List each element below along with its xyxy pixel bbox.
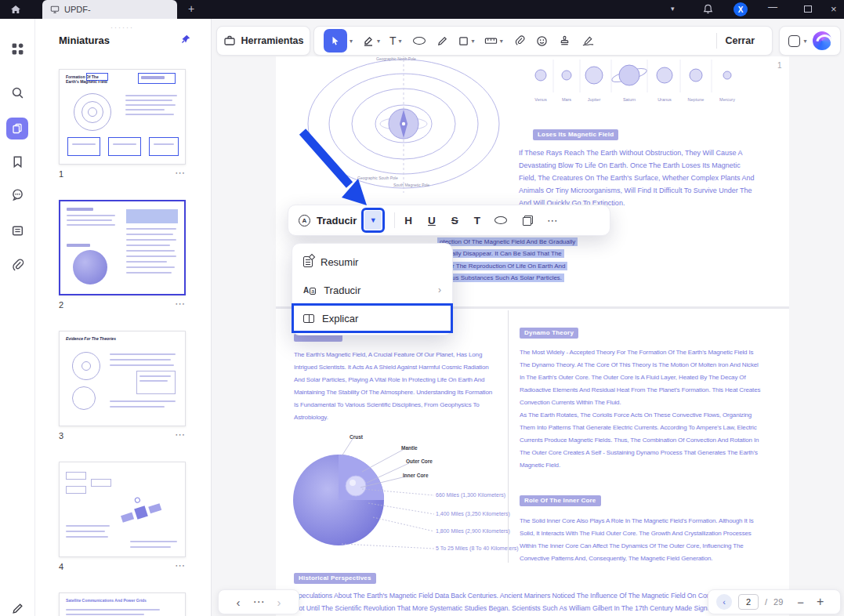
thumb-sketch [126,239,176,241]
thumb-sketch [134,505,148,520]
section-badge: Dynamo Theory [520,328,578,339]
planets-diagram [525,58,748,94]
menu-item-label: Traducir [324,284,360,296]
search-icon[interactable] [11,86,24,100]
paragraph-line: Radioactive Elements And Residual Heat F… [520,386,760,393]
thumb-sketch [126,261,167,263]
highlight-tool[interactable] [362,34,375,47]
chevron-down-icon[interactable]: ▾ [803,38,806,45]
paragraph-line: Maintaining The Stability Of The Atmosph… [294,389,492,396]
thumb-menu-button[interactable]: ⋯ [175,429,186,440]
comments-icon[interactable] [11,188,24,201]
strikethrough-button[interactable]: S [451,215,458,226]
ai-actions-chevron-annotated[interactable]: ▼ [361,208,385,233]
prev-view-button[interactable]: ‹ [237,596,241,609]
thumb-menu-button[interactable]: ⋯ [175,167,186,179]
shape-tool[interactable] [458,35,469,47]
chevron-down-icon[interactable]: ▼ [364,211,382,230]
pin-icon[interactable] [180,34,191,45]
bell-icon[interactable] [702,3,714,15]
underline-button[interactable]: U [428,215,436,226]
ellipse-button[interactable] [494,216,507,224]
sticker-tool[interactable] [536,35,548,47]
section-badge: Historical Perspectives [294,573,376,584]
thumb-sketch [126,228,176,230]
document-tab[interactable]: UPDF- [42,0,177,19]
new-tab-button[interactable]: + [188,2,194,15]
page-thumbnail-3[interactable]: Evidence For The Theories [59,331,186,426]
zoom-in-button[interactable]: + [817,595,824,609]
copy-button[interactable] [523,216,533,226]
zoom-out-button[interactable]: − [797,596,804,609]
page-thumbnail-1[interactable]: Formation Of The Earth's Magnetic Field [59,69,186,165]
page-thumbnail-4[interactable] [59,462,186,557]
close-annotation-button[interactable]: Cerrar [725,35,755,46]
core-measurement: 5 To 25 Miles (8 To 40 Kilometers) [436,545,519,551]
thumb-sketch [91,479,111,487]
more-options-button[interactable]: ⋯ [253,595,265,609]
text-tool[interactable]: T [389,34,397,47]
thumb-sketch [66,525,110,527]
translate-button[interactable]: Traducir [317,215,357,226]
notes-icon[interactable] [11,224,24,237]
pencil-tool[interactable] [436,35,448,47]
next-view-button[interactable]: › [277,596,281,609]
thumb-sphere [73,250,107,284]
previous-page-button[interactable]: ‹ [716,594,732,610]
core-measurement: 1,400 Miles (3,250 Kilometers) [436,511,510,516]
thumb-menu-button[interactable]: ⋯ [175,560,186,571]
tab-title: UPDF- [64,5,91,14]
diagram-label: South Magnetic Pole [393,183,429,187]
more-actions-button[interactable]: ⋯ [547,214,558,226]
chevron-down-icon[interactable]: ▾ [500,38,503,45]
current-page-input[interactable]: 2 [738,594,759,610]
menu-item-translate[interactable]: Aa Traducir › [292,276,452,304]
thumb-page-number: 4 [59,562,63,571]
stamp-tool[interactable] [559,35,571,47]
measure-tool[interactable] [484,36,498,45]
thumb-sketch [67,244,90,247]
view-options-icon[interactable] [788,35,800,47]
highlight-text-button[interactable]: H [404,215,412,226]
page-thumbnail-2-selected[interactable] [59,200,186,295]
thumb-page-number: 2 [59,300,63,310]
bookmark-icon[interactable] [11,155,24,168]
paragraph-line: Field, The Creatures On The Earth's Surf… [519,174,755,182]
chevron-down-icon[interactable]: ▾ [399,38,402,45]
pen-mode-icon[interactable] [11,602,24,615]
chevron-down-icon[interactable]: ▾ [671,5,675,13]
panel-drag-handle[interactable]: ······ [110,24,134,31]
paragraph-line: Solid, It Interacts With The Fluid Outer… [520,530,752,537]
attachment-tool[interactable] [514,35,525,46]
left-icon-bar [0,19,35,616]
chevron-down-icon[interactable]: ▾ [472,38,475,45]
updf-ai-icon[interactable] [813,31,831,50]
maximize-button[interactable] [804,5,812,13]
thumb-sketch [72,386,96,410]
page-thumbnail-5[interactable]: Satellite Communications And Power Grids [59,592,186,616]
thumb-page-number: 3 [59,431,63,440]
home-icon[interactable] [9,3,22,16]
menu-item-explain-annotated[interactable]: Explicar [292,304,452,332]
chevron-down-icon[interactable]: ▾ [350,38,353,45]
thumb-sketch [154,143,174,145]
thumb-sketch [134,497,141,504]
thumb-menu-button[interactable]: ⋯ [175,298,186,310]
chevron-down-icon[interactable]: ▾ [377,38,380,45]
tools-button[interactable]: Herramientas [216,26,310,56]
text-button[interactable]: T [474,215,480,226]
thumb-sketch [110,353,176,355]
menu-item-summarize[interactable]: Resumir [292,248,452,276]
avatar[interactable]: X [734,2,748,16]
paragraph-line: Is Fundamental To Various Scientific Dis… [294,401,480,408]
paperclip-icon[interactable] [11,259,24,272]
signature-tool[interactable] [581,35,595,46]
close-button[interactable]: × [831,3,837,15]
minimize-button[interactable]: — [768,2,777,13]
thumb-sketch [108,137,141,156]
sidebar-item-thumbnails-active[interactable] [6,118,28,140]
ellipse-comment-tool[interactable] [413,37,426,45]
paragraph-line: Convective Patterns And, Consequently, T… [520,555,712,562]
select-tool-active[interactable] [324,29,347,53]
apps-grid-icon[interactable] [11,42,24,56]
